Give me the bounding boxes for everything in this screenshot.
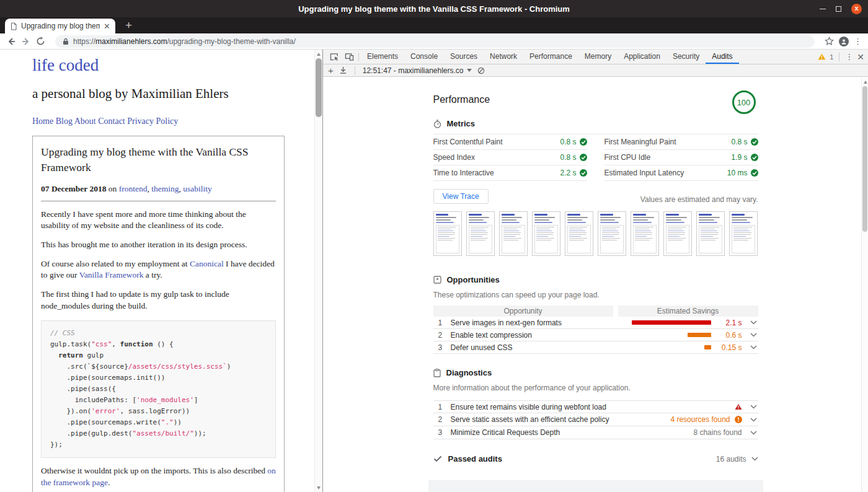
scroll-up-icon[interactable] [315, 50, 322, 58]
nav-link-privacy-policy[interactable]: Privacy Policy [127, 116, 178, 126]
expand-chevron[interactable] [742, 345, 758, 349]
screenshot-thumbnail [565, 211, 593, 256]
scroll-down-icon[interactable] [315, 484, 322, 491]
chevron-down-icon[interactable] [750, 320, 757, 325]
thumb-title-line [534, 214, 547, 216]
article-paragraphs-after: Otherwise it wouldnt pick up on the impo… [41, 465, 276, 492]
forward-button[interactable] [21, 37, 31, 46]
runtime-settings: Runtime settings •URL:https://maximilian… [428, 480, 763, 492]
devtools-tab-application[interactable]: Application [618, 50, 666, 64]
devtools-tab-audits[interactable]: Audits [706, 50, 738, 64]
clear-audits-icon[interactable] [477, 67, 485, 74]
nav-link-about[interactable]: About [74, 116, 96, 126]
screenshot-thumbnail [598, 211, 626, 256]
inline-link[interactable]: Canonical [190, 259, 224, 268]
performance-score[interactable]: 100 [732, 90, 756, 114]
estimate-note: Values are estimated and may vary. [640, 195, 758, 204]
devtools-tab-elements[interactable]: Elements [361, 50, 404, 64]
warning-count[interactable]: 1 [830, 53, 833, 61]
new-audit-icon[interactable]: + [328, 66, 334, 75]
tag-link-theming[interactable]: theming [151, 184, 179, 193]
devtools-scroll-up-icon[interactable] [862, 78, 868, 86]
code-token: }); [50, 441, 63, 449]
back-button[interactable] [6, 37, 16, 46]
thumb-line [732, 219, 746, 221]
devtools-tab-performance[interactable]: Performance [523, 50, 578, 64]
diagnostic-row[interactable]: 2Serve static assets with an efficient c… [433, 413, 758, 426]
devtools-tab-sources[interactable]: Sources [444, 50, 484, 64]
metric-row: Estimated Input Latency10 ms [604, 165, 758, 181]
chevron-down-icon[interactable] [750, 431, 757, 435]
code-token: return [58, 351, 83, 359]
diagnostic-row[interactable]: 1Ensure text remains visible during webf… [433, 400, 758, 413]
devtools-tab-memory[interactable]: Memory [578, 50, 618, 64]
devtools-close-icon[interactable]: ✕ [857, 53, 864, 61]
opportunity-row[interactable]: 2Enable text compression0.6 s [433, 329, 758, 341]
report-select[interactable]: 12:51:47 - maximilianehlers.co [363, 66, 472, 75]
expand-chevron[interactable] [742, 405, 758, 409]
tag-link-frontend[interactable]: frontend [119, 184, 148, 193]
inline-link[interactable]: Vanilla Framework [79, 270, 144, 279]
code-line: gulp.task("css", function () { [50, 339, 267, 350]
view-trace-button[interactable]: View Trace [433, 189, 489, 204]
url-bar[interactable]: https://maximilianehlers.com/upgrading-m… [55, 35, 815, 48]
nav-link-contact[interactable]: Contact [98, 116, 125, 126]
chevron-down-icon[interactable] [750, 345, 757, 349]
devtools-scrollbar[interactable] [861, 77, 868, 492]
profile-avatar[interactable] [839, 37, 849, 46]
code-line: // CSS [50, 328, 267, 339]
row-number: 2 [433, 331, 451, 340]
code-token: includePaths: [ [50, 396, 136, 404]
page-scrollbar-thumb[interactable] [316, 58, 322, 117]
browser-tab[interactable]: Upgrading my blog theme ✕ [5, 19, 115, 33]
thumb-title-line [699, 214, 712, 216]
diagnostics-header: Diagnostics [433, 368, 758, 377]
page-scrollbar[interactable] [314, 50, 322, 492]
bookmark-star-icon[interactable] [825, 37, 834, 46]
reload-button[interactable] [36, 37, 45, 46]
code-token: "assets/built/" [132, 429, 193, 437]
metric-value: 1.9 s [731, 153, 758, 162]
download-report-icon[interactable] [339, 66, 347, 74]
metric-value-text: 2.2 s [560, 169, 576, 177]
restore-icon[interactable] [836, 6, 841, 12]
minimize-icon[interactable] [820, 9, 826, 9]
devtools-tab-console[interactable]: Console [404, 50, 444, 64]
devtools-tab-network[interactable]: Network [484, 50, 523, 64]
device-toolbar-icon[interactable] [342, 50, 356, 64]
expand-chevron[interactable] [742, 320, 758, 325]
diagnostic-row[interactable]: 3Minimize Critical Requests Depth8 chain… [433, 426, 758, 439]
inspect-element-icon[interactable] [327, 50, 342, 64]
close-window-icon[interactable]: x [851, 4, 862, 14]
chevron-down-icon[interactable] [750, 418, 757, 422]
passed-audits-row[interactable]: Passed audits 16 audits [433, 454, 758, 463]
chevron-down-icon[interactable] [750, 333, 757, 337]
thumb-line [469, 222, 487, 223]
chevron-down-icon[interactable] [750, 405, 757, 409]
expand-chevron[interactable] [742, 333, 758, 337]
thumb-title-line [666, 214, 679, 216]
chevron-down-icon[interactable] [751, 457, 758, 461]
warning-triangle-icon[interactable] [818, 53, 826, 60]
opportunities-rows: 1Serve images in next-gen formats2.1 s2E… [433, 317, 758, 354]
devtools-menu-icon[interactable]: ⋮ [845, 53, 853, 61]
nav-link-home[interactable]: Home [32, 116, 53, 126]
diagnostic-value: 8 chains found [693, 428, 742, 437]
expand-chevron[interactable] [742, 418, 758, 422]
site-title[interactable]: life coded [32, 56, 314, 75]
new-tab-button[interactable]: + [125, 19, 132, 31]
nav-link-blog[interactable]: Blog [56, 116, 73, 126]
opportunity-row[interactable]: 3Defer unused CSS0.15 s [433, 341, 758, 354]
browser-menu-icon[interactable]: ⋮ [854, 37, 862, 45]
thumb-line [534, 222, 553, 223]
thumb-title-line [436, 214, 449, 216]
expand-chevron[interactable] [742, 431, 758, 435]
thumb-line [502, 219, 516, 221]
devtools-tab-security[interactable]: Security [666, 50, 706, 64]
code-line: .src(`${source}/assets/css/styles.scss`) [50, 361, 267, 372]
devtools-scrollbar-thumb[interactable] [862, 86, 867, 232]
tab-close-icon[interactable]: ✕ [104, 22, 110, 30]
inline-link[interactable]: on the framework page [41, 466, 276, 487]
opportunity-row[interactable]: 1Serve images in next-gen formats2.1 s [433, 317, 758, 329]
tag-link-usability[interactable]: usability [183, 184, 212, 193]
